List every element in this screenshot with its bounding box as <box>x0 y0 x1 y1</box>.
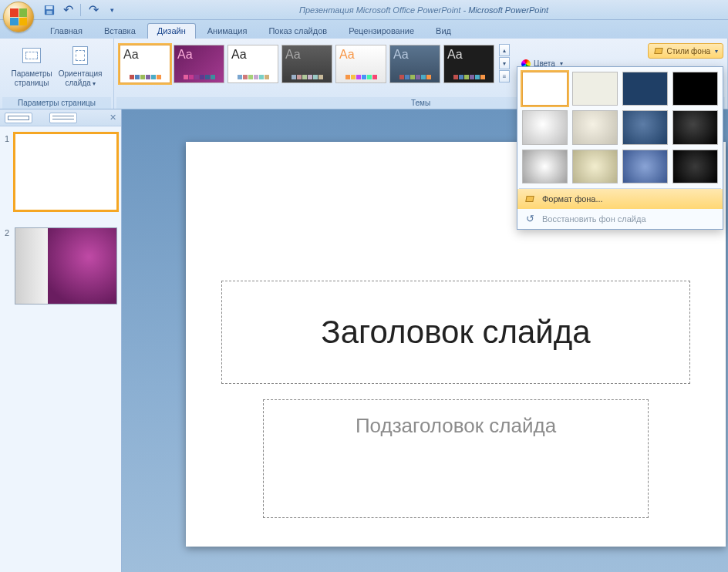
tab-view[interactable]: Вид <box>426 23 461 39</box>
background-style-cell[interactable] <box>672 72 718 106</box>
page-setup-icon <box>22 48 41 63</box>
theme-sample-text: Aa <box>231 49 275 61</box>
theme-swatches <box>123 75 167 79</box>
theme-sample-text: Aa <box>339 49 383 61</box>
tab-insert[interactable]: Вставка <box>94 23 146 39</box>
slide-thumbnail[interactable]: 2 <box>5 228 116 304</box>
chevron-down-icon: ▾ <box>715 48 718 55</box>
tab-review[interactable]: Рецензирование <box>339 23 424 39</box>
background-style-cell[interactable] <box>622 150 668 183</box>
themes-scroll-up[interactable]: ▴ <box>499 44 510 56</box>
slide-number: 2 <box>5 228 12 237</box>
tab-home[interactable]: Главная <box>40 23 93 39</box>
background-style-cell[interactable] <box>572 72 618 106</box>
format-background-menuitem[interactable]: Формат фона... <box>517 189 723 209</box>
background-style-cell[interactable] <box>522 72 568 106</box>
thumbnails-close[interactable]: ✕ <box>110 113 116 123</box>
slide-preview <box>15 134 116 210</box>
background-styles-button[interactable]: Стили фона ▾ <box>648 43 723 59</box>
theme-swatches <box>339 75 383 79</box>
office-button[interactable] <box>3 2 34 32</box>
themes-scroll-down[interactable]: ▾ <box>499 57 510 69</box>
theme-sample-text: Aa <box>447 49 490 61</box>
page-params-button[interactable]: Параметры страницы <box>8 41 54 90</box>
theme-thumbnail[interactable]: Aa <box>120 45 170 83</box>
title-placeholder-text: Заголовок слайда <box>321 314 590 351</box>
background-style-cell[interactable] <box>572 150 618 183</box>
slide-orientation-button[interactable]: Ориентация слайда▾ <box>56 41 105 90</box>
title-bar: ↶ ↷ ▾ Презентация Microsoft Office Power… <box>0 0 728 20</box>
background-style-cell[interactable] <box>522 150 568 183</box>
slide-preview <box>15 228 116 304</box>
save-button[interactable] <box>42 2 57 18</box>
restore-icon: ↺ <box>524 213 536 225</box>
thumbnails-tab-outline[interactable] <box>49 113 77 123</box>
qat-customize-button[interactable]: ▾ <box>104 2 120 18</box>
theme-thumbnail[interactable]: Aa <box>228 45 278 83</box>
svg-rect-1 <box>46 5 53 8</box>
background-style-cell[interactable] <box>572 110 618 144</box>
group-page-params: Параметры страницы Ориентация слайда▾ Па… <box>0 39 114 109</box>
quick-access-toolbar: ↶ ↷ ▾ <box>42 2 120 18</box>
theme-thumbnail[interactable]: Aa <box>174 45 224 83</box>
theme-swatches <box>447 75 490 79</box>
background-style-cell[interactable] <box>622 110 668 144</box>
theme-thumbnail[interactable]: Aa <box>281 45 332 83</box>
subtitle-placeholder-text: Подзаголовок слайда <box>356 414 556 438</box>
orientation-icon <box>72 46 88 65</box>
svg-rect-2 <box>47 10 52 13</box>
theme-thumbnail[interactable]: Aa <box>335 45 386 83</box>
paint-bucket-icon <box>653 46 664 56</box>
theme-swatches <box>231 75 275 79</box>
slide-thumbnail[interactable]: 1 <box>5 134 116 210</box>
themes-gallery-arrows: ▴ ▾ ≡ <box>499 44 510 83</box>
thumbnails-tabstrip: ✕ <box>0 109 121 126</box>
thumbnails-tab-slides[interactable] <box>5 113 32 123</box>
background-style-cell[interactable] <box>672 150 718 183</box>
tab-design[interactable]: Дизайн <box>147 23 196 39</box>
office-logo-icon <box>10 8 27 25</box>
qat-separator <box>80 4 81 16</box>
theme-swatches <box>285 75 329 79</box>
background-style-cell[interactable] <box>622 72 668 106</box>
background-styles-panel: Формат фона... ↺ Восстановить фон слайда <box>517 66 723 230</box>
theme-swatches <box>393 75 436 79</box>
subtitle-placeholder[interactable]: Подзаголовок слайда <box>263 399 649 518</box>
theme-thumbnail[interactable]: Aa <box>443 45 494 83</box>
group-label-pageparams: Параметры страницы <box>2 97 111 109</box>
background-style-cell[interactable] <box>522 110 568 144</box>
theme-sample-text: Aa <box>177 49 221 61</box>
paint-bucket-icon <box>524 194 535 204</box>
restore-background-menuitem[interactable]: ↺ Восстановить фон слайда <box>517 209 723 229</box>
title-placeholder[interactable]: Заголовок слайда <box>221 281 690 384</box>
undo-button[interactable]: ↶ <box>60 2 76 18</box>
background-style-cell[interactable] <box>672 110 718 144</box>
theme-swatches <box>177 75 221 79</box>
theme-thumbnail[interactable]: Aa <box>389 45 440 83</box>
themes-more[interactable]: ≡ <box>499 70 510 82</box>
theme-sample-text: Aa <box>285 49 329 61</box>
ribbon: Параметры страницы Ориентация слайда▾ Па… <box>0 39 728 109</box>
slide-number: 1 <box>5 134 12 143</box>
redo-button[interactable]: ↷ <box>86 2 101 18</box>
theme-sample-text: Aa <box>393 49 436 61</box>
theme-sample-text: Aa <box>123 49 167 61</box>
window-title: Презентация Microsoft Office PowerPoint … <box>120 5 728 15</box>
chevron-down-icon: ▾ <box>93 80 96 87</box>
tab-slideshow[interactable]: Показ слайдов <box>258 23 337 39</box>
tab-animation[interactable]: Анимация <box>197 23 258 39</box>
slide-thumbnails-pane: ✕ 1 2 <box>0 109 122 572</box>
ribbon-tabs: Главная Вставка Дизайн Анимация Показ сл… <box>0 20 728 39</box>
